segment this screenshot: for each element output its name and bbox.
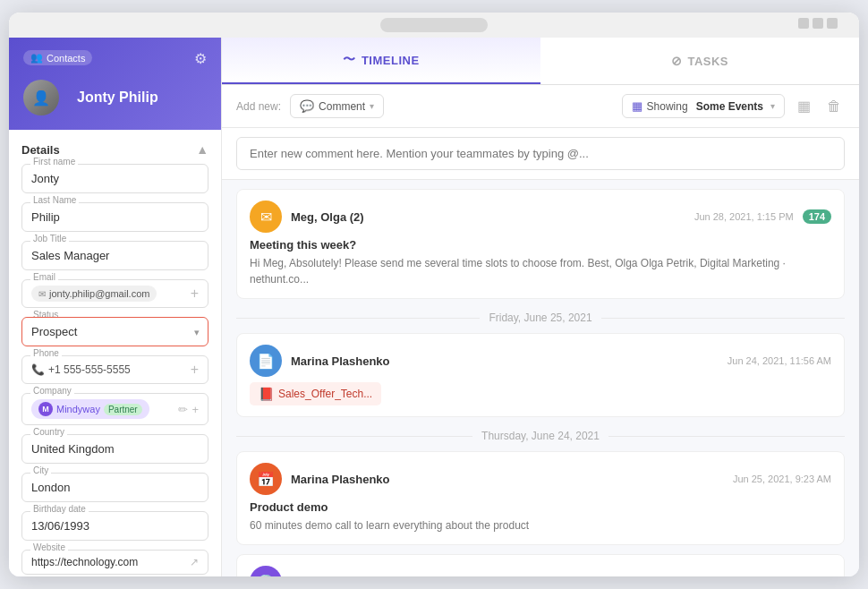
- event-header-2: 📄 Marina Plashenko Jun 24, 2021, 11:56 A…: [250, 345, 831, 377]
- phone-field: Phone 📞 +1 555-555-5555 +: [21, 355, 208, 384]
- first-name-field: First name: [21, 164, 208, 193]
- event-name-3: Marina Plashenko: [291, 473, 390, 486]
- maximize-btn[interactable]: [813, 18, 823, 29]
- job-title-input[interactable]: [21, 241, 208, 270]
- job-title-field: Job Title: [21, 241, 208, 270]
- add-phone-button[interactable]: +: [191, 362, 199, 378]
- edit-company-icon[interactable]: ✏: [178, 403, 188, 416]
- country-field: Country: [21, 434, 208, 464]
- country-input[interactable]: [21, 434, 208, 464]
- add-email-button[interactable]: +: [191, 286, 199, 302]
- event-title-3: Product demo: [250, 500, 831, 514]
- contact-name: Jonty Philip: [77, 90, 158, 106]
- event-card-4: 🕐 Olga Petrik Jun 25, 2021, 4:05 PM ◆Tow…: [236, 554, 845, 576]
- add-company-icon[interactable]: +: [191, 403, 199, 416]
- comment-input-area: [222, 128, 859, 180]
- status-field: Status Prospect: [21, 317, 208, 346]
- date-sep-1-label: Friday, June 25, 2021: [480, 312, 600, 324]
- country-label: Country: [30, 427, 67, 437]
- filter-dropdown-icon: ▾: [770, 101, 775, 111]
- event-card-1: ✉ Meg, Olga (2) Jun 28, 2021, 1:15 PM 17…: [236, 189, 845, 299]
- contacts-label: Contacts: [47, 53, 85, 64]
- delete-button[interactable]: 🗑: [823, 95, 845, 118]
- last-name-input[interactable]: [21, 202, 208, 232]
- email-value: jonty.philip@gmail.com: [49, 288, 149, 299]
- filter-label: Showing: [647, 100, 688, 113]
- pdf-icon: 📕: [259, 387, 274, 401]
- event-header-1: ✉ Meg, Olga (2) Jun 28, 2021, 1:15 PM 17…: [250, 201, 831, 233]
- website-label: Website: [30, 542, 68, 552]
- comment-dropdown-icon: ▾: [370, 101, 374, 111]
- event-avatar-1: ✉: [250, 201, 282, 233]
- attachment-tag[interactable]: 📕 Sales_Offer_Tech...: [250, 382, 381, 405]
- people-icon: 👥: [30, 52, 43, 64]
- event-header-4: 🕐 Olga Petrik Jun 25, 2021, 4:05 PM: [250, 566, 831, 576]
- filter-button[interactable]: ▦ Showing Some Events ▾: [622, 94, 785, 118]
- collapse-icon[interactable]: ▲: [196, 142, 208, 157]
- birthday-input[interactable]: [21, 511, 208, 541]
- comment-icon: 💬: [300, 99, 314, 113]
- phone-tag[interactable]: 📞 +1 555-555-5555: [31, 363, 131, 376]
- event-title-1: Meeting this week?: [250, 238, 831, 252]
- event-date-1: Jun 28, 2021, 1:15 PM: [694, 211, 794, 222]
- event-card-2: 📄 Marina Plashenko Jun 24, 2021, 11:56 A…: [236, 333, 845, 417]
- email-label: Email: [30, 272, 58, 282]
- date-sep-2-label: Thursday, June 24, 2021: [472, 430, 608, 442]
- company-name: Mindyway: [56, 404, 100, 414]
- city-label: City: [30, 465, 51, 475]
- event-header-3: 📅 Marina Plashenko Jun 25, 2021, 9:23 AM: [250, 463, 831, 495]
- app-window: 👥 Contacts ⚙ 👤 Jonty Philip Details ▲: [9, 13, 859, 576]
- tabs-bar: 〜 TIMELINE ⊘ TASKS: [222, 38, 859, 85]
- minimize-btn[interactable]: [798, 18, 809, 29]
- last-name-label: Last Name: [30, 195, 79, 205]
- contacts-badge[interactable]: 👥 Contacts: [23, 50, 92, 65]
- tasks-icon: ⊘: [671, 54, 683, 68]
- date-separator-2: Thursday, June 24, 2021: [236, 430, 845, 442]
- company-field: Company M Mindyway Partner ✏ +: [21, 393, 208, 425]
- sidebar: 👥 Contacts ⚙ 👤 Jonty Philip Details ▲: [9, 38, 222, 576]
- last-name-field: Last Name: [21, 202, 208, 232]
- event-avatar-2: 📄: [250, 345, 282, 377]
- tab-timeline-label: TIMELINE: [362, 54, 420, 67]
- event-body-1: Hi Meg, Absolutely! Please send me sever…: [250, 255, 831, 287]
- event-badge-1: 174: [803, 209, 831, 224]
- status-select-wrapper: Prospect: [21, 317, 208, 346]
- tab-tasks[interactable]: ⊘ TASKS: [540, 38, 859, 84]
- comment-button-label: Comment: [319, 100, 365, 113]
- birthday-field: Birthday date: [21, 511, 208, 541]
- filter-icon: ▦: [632, 99, 642, 113]
- filter-highlight: Some Events: [696, 100, 763, 113]
- website-field: Website https://technology.com ↗: [21, 550, 208, 575]
- tab-timeline[interactable]: 〜 TIMELINE: [222, 38, 540, 84]
- company-tag[interactable]: M Mindyway Partner: [31, 399, 149, 419]
- title-bar: [9, 13, 859, 38]
- date-separator-1: Friday, June 25, 2021: [236, 312, 845, 324]
- phone-value: +1 555-555-5555: [48, 363, 131, 376]
- close-btn[interactable]: [827, 18, 838, 29]
- company-tags: M Mindyway Partner: [31, 399, 149, 419]
- phone-icon: 📞: [31, 363, 45, 376]
- comment-input[interactable]: [236, 137, 845, 170]
- attachment-name: Sales_Offer_Tech...: [278, 388, 372, 400]
- event-body-3: 60 minutes demo call to learn everything…: [250, 517, 831, 534]
- city-input[interactable]: [21, 473, 208, 502]
- website-value: https://technology.com: [31, 556, 138, 568]
- partner-tag: Partner: [104, 404, 142, 415]
- event-avatar-3: 📅: [250, 463, 282, 495]
- open-website-icon[interactable]: ↗: [190, 556, 199, 568]
- job-title-label: Job Title: [30, 234, 69, 243]
- email-field: Email ✉ jonty.philip@gmail.com +: [21, 279, 208, 308]
- main-content: 👥 Contacts ⚙ 👤 Jonty Philip Details ▲: [9, 38, 859, 576]
- right-panel: 〜 TIMELINE ⊘ TASKS Add new: 💬 Comment ▾: [222, 38, 859, 576]
- sidebar-header: 👥 Contacts ⚙ 👤 Jonty Philip: [9, 38, 221, 130]
- add-comment-button[interactable]: 💬 Comment ▾: [290, 94, 384, 118]
- phone-label: Phone: [30, 348, 62, 358]
- email-tag[interactable]: ✉ jonty.philip@gmail.com: [31, 286, 157, 302]
- gear-icon[interactable]: ⚙: [194, 50, 207, 67]
- event-name-2: Marina Plashenko: [291, 354, 390, 368]
- first-name-input[interactable]: [21, 164, 208, 193]
- status-select[interactable]: Prospect: [21, 317, 208, 346]
- city-field: City: [21, 473, 208, 502]
- grid-view-button[interactable]: ▦: [794, 94, 814, 118]
- timeline-icon: 〜: [343, 52, 356, 68]
